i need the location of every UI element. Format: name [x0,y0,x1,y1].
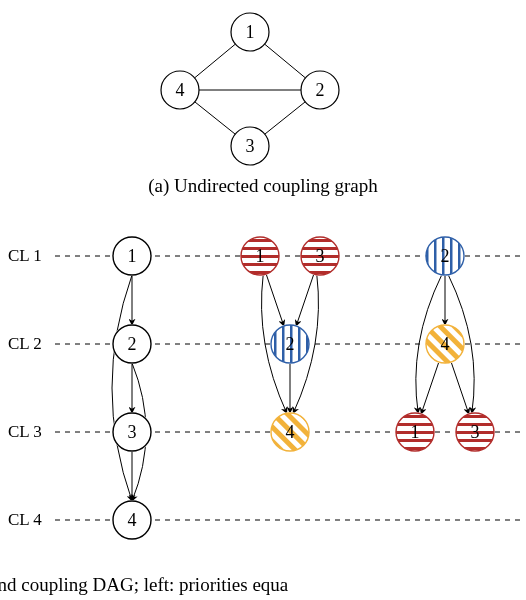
svg-text:1: 1 [128,246,137,266]
undirected-graph: 1234 [0,0,526,170]
svg-line-55 [451,362,469,414]
svg-text:4: 4 [286,422,295,442]
cl-label: CL 2 [8,334,42,353]
cutoff-caption: ) and coupling DAG; left: priorities equ… [0,574,288,596]
coupling-dag: CL 1CL 2CL 3CL 4123413242413 [0,222,526,582]
svg-line-54 [421,362,439,414]
caption-a: (a) Undirected coupling graph [0,175,526,197]
cl-label: CL 1 [8,246,42,265]
svg-text:4: 4 [128,510,137,530]
cl-label: CL 4 [8,510,42,529]
svg-text:1: 1 [246,22,255,42]
svg-text:3: 3 [128,422,137,442]
svg-line-4 [195,102,235,134]
svg-text:2: 2 [441,246,450,266]
svg-line-0 [265,44,306,78]
svg-text:2: 2 [128,334,137,354]
svg-text:3: 3 [246,136,255,156]
svg-text:1: 1 [411,422,420,442]
svg-text:3: 3 [471,422,480,442]
cl-label: CL 3 [8,422,42,441]
svg-text:3: 3 [316,246,325,266]
svg-text:2: 2 [316,80,325,100]
svg-line-1 [195,44,236,78]
svg-line-39 [296,274,314,326]
svg-text:4: 4 [441,334,450,354]
svg-text:2: 2 [286,334,295,354]
svg-line-38 [266,274,284,326]
svg-line-2 [265,102,305,134]
svg-text:4: 4 [176,80,185,100]
svg-text:1: 1 [256,246,265,266]
